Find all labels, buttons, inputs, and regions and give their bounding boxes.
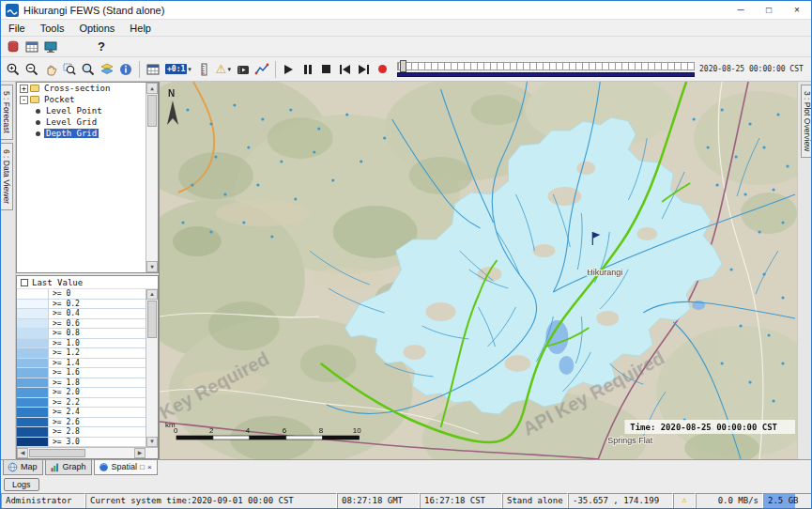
- legend-row: >= 2.4: [17, 408, 146, 418]
- time-slider-thumb[interactable]: [400, 60, 406, 72]
- tab-graph-label: Graph: [63, 462, 86, 471]
- tab-data-viewer[interactable]: 6 : Data Viewer: [1, 143, 13, 210]
- chevron-down-icon: ▾: [188, 66, 192, 73]
- tree-node-label[interactable]: Cross-section: [42, 84, 112, 93]
- tab-spatial[interactable]: Spatial □ ×: [94, 460, 158, 475]
- time-slider[interactable]: [397, 59, 695, 80]
- scroll-left-icon[interactable]: ◀: [17, 448, 28, 458]
- legend-row: >= 0: [17, 289, 146, 300]
- tree-scrollbar[interactable]: ▲ ▼: [146, 83, 158, 272]
- tree-node-label[interactable]: Pocket: [42, 95, 77, 104]
- legend-swatch: [17, 289, 49, 299]
- scroll-down-icon[interactable]: ▼: [146, 261, 158, 272]
- toolbar-separator: [275, 61, 276, 78]
- play-button[interactable]: [280, 60, 299, 79]
- pan-icon[interactable]: [41, 60, 60, 79]
- grid-icon[interactable]: [144, 60, 162, 79]
- scroll-thumb[interactable]: [147, 95, 157, 127]
- legend-swatch: [17, 418, 49, 427]
- profile-icon[interactable]: [253, 60, 271, 79]
- skip-start-button[interactable]: [336, 60, 355, 79]
- last-value-checkbox[interactable]: [21, 279, 28, 286]
- tab-plot-overview[interactable]: 3 : Plot Overview: [801, 85, 812, 158]
- menu-help[interactable]: Help: [122, 23, 159, 34]
- zoom-box-icon[interactable]: [60, 60, 79, 79]
- map-svg: API Key Required API Key Required Hikura…: [160, 82, 797, 459]
- last-value-label: Last Value: [32, 278, 83, 287]
- monitor-icon[interactable]: [41, 38, 60, 56]
- scroll-right-icon[interactable]: ▶: [134, 448, 146, 458]
- ruler-icon[interactable]: [194, 60, 213, 79]
- maximize-button[interactable]: □: [755, 1, 783, 19]
- menu-options[interactable]: Options: [71, 23, 122, 34]
- status-gmt-time: 08:27:18 GMT: [337, 493, 420, 509]
- logs-button[interactable]: Logs: [4, 478, 39, 491]
- scroll-up-icon[interactable]: ▲: [146, 83, 158, 94]
- database-icon[interactable]: [4, 38, 23, 56]
- record-button[interactable]: [374, 60, 392, 79]
- stop-button[interactable]: [317, 60, 336, 79]
- scale-select[interactable]: +0:1 ▾: [162, 60, 194, 79]
- info-icon[interactable]: [116, 60, 135, 79]
- pause-button[interactable]: [299, 60, 317, 79]
- bullet-icon: [36, 131, 40, 136]
- expander-icon[interactable]: -: [20, 96, 28, 104]
- close-tab-button[interactable]: ×: [147, 463, 152, 471]
- tree-leaf-level-point[interactable]: Level Point: [17, 105, 158, 116]
- warning-select[interactable]: ⚠ ▾: [213, 60, 234, 79]
- scroll-thumb[interactable]: [29, 449, 85, 457]
- right-tab-strip: 3 : Plot Overview: [797, 82, 812, 459]
- legend-row: >= 0.8: [17, 329, 146, 339]
- tree-leaf-label[interactable]: Level Grid: [44, 117, 99, 127]
- time-slider-track[interactable]: [397, 62, 695, 70]
- scroll-up-icon[interactable]: ▲: [146, 289, 158, 300]
- undock-tab-button[interactable]: □: [140, 463, 145, 471]
- tab-graph[interactable]: Graph: [45, 460, 92, 475]
- legend-vscrollbar[interactable]: ▲ ▼: [146, 289, 158, 447]
- menu-file[interactable]: File: [1, 23, 33, 34]
- legend-panel: Last Value >= 0 >= 0.2 >= 0.4 >= 0.6 >= …: [16, 275, 159, 459]
- layers-icon[interactable]: [98, 60, 116, 79]
- svg-text:2: 2: [209, 426, 214, 435]
- tree-leaf-depth-grid[interactable]: Depth Grid: [17, 128, 158, 139]
- legend-row: >= 1.4: [17, 359, 146, 369]
- minimize-button[interactable]: ─: [727, 1, 755, 19]
- bullet-icon: [36, 109, 40, 114]
- tree-node-cross-section[interactable]: + Cross-section: [17, 83, 158, 94]
- expander-icon[interactable]: +: [20, 85, 28, 93]
- skip-end-button[interactable]: [355, 60, 374, 79]
- legend-row: >= 2.8: [17, 427, 146, 438]
- bottom-tab-bar: Map Graph Spatial □ ×: [1, 459, 811, 476]
- scroll-thumb[interactable]: [147, 301, 157, 338]
- legend-hscrollbar[interactable]: ◀ ▶: [17, 447, 158, 458]
- svg-text:10: 10: [353, 426, 361, 435]
- tab-forecast[interactable]: 5 : Forecast: [1, 85, 13, 140]
- zoom-in-icon[interactable]: [4, 60, 23, 79]
- svg-text:6: 6: [283, 426, 287, 435]
- map-canvas[interactable]: API Key Required API Key Required Hikura…: [159, 82, 797, 459]
- legend-row: >= 0.6: [17, 319, 146, 330]
- status-transfer-rate: 0.0 MB/s: [696, 493, 763, 509]
- zoom-out-icon[interactable]: [23, 60, 41, 79]
- status-local-time: 16:27:18 CST: [420, 493, 502, 509]
- legend-swatch: [17, 427, 49, 437]
- tab-map[interactable]: Map: [3, 460, 43, 475]
- help-button[interactable]: ?: [92, 39, 111, 54]
- tree-leaf-label[interactable]: Level Point: [44, 106, 104, 116]
- legend-row: >= 2.2: [17, 398, 146, 409]
- tree-leaf-level-grid[interactable]: Level Grid: [17, 116, 158, 128]
- legend-swatch: [17, 438, 49, 447]
- scale-select-value: +0:1: [165, 64, 187, 74]
- table-icon[interactable]: [23, 38, 41, 56]
- close-button[interactable]: ×: [783, 1, 811, 19]
- status-system-time: Current system time:2020-09-01 00:00 CST: [85, 493, 337, 509]
- record-icon: [378, 65, 387, 73]
- legend-row: >= 1.8: [17, 378, 146, 389]
- window-controls: ─ □ ×: [727, 1, 811, 19]
- tree-node-pocket[interactable]: - Pocket: [17, 94, 158, 105]
- tree-leaf-label-selected[interactable]: Depth Grid: [44, 129, 99, 138]
- menu-tools[interactable]: Tools: [33, 23, 72, 34]
- movie-icon[interactable]: [234, 60, 253, 79]
- scroll-down-icon[interactable]: ▼: [146, 437, 158, 447]
- zoom-extent-icon[interactable]: [79, 60, 98, 79]
